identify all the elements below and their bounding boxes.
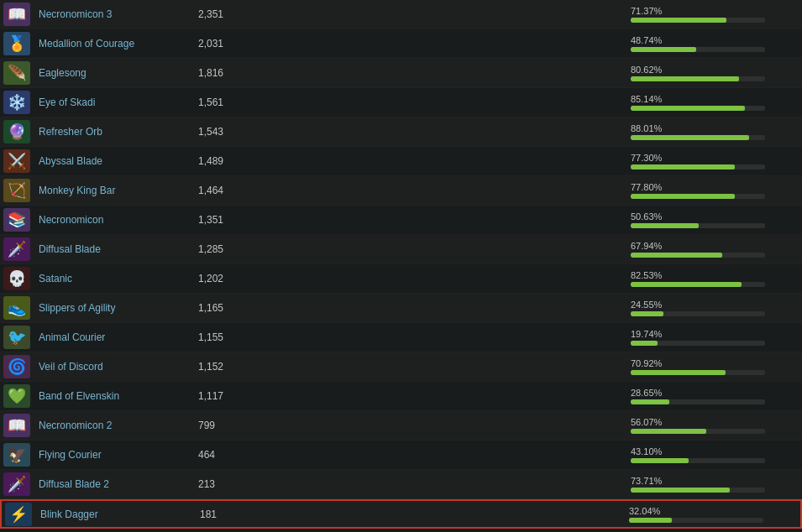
table-row[interactable]: 🏹Monkey King Bar1,46477.80% <box>0 176 802 206</box>
medallion-icon: 🏅 <box>3 32 30 55</box>
item-count: 181 <box>191 509 259 520</box>
winrate-section: 71.37% <box>631 6 799 23</box>
item-name: Necronomicon 2 <box>39 420 190 431</box>
winrate-pct: 77.80% <box>631 182 662 192</box>
item-count: 1,165 <box>190 302 257 314</box>
progress-bar-fill <box>631 370 726 375</box>
table-row[interactable]: 🌀Veil of Discord1,15270.92% <box>0 352 802 382</box>
table-row[interactable]: 💀Satanic1,20282.53% <box>0 264 802 294</box>
winrate-section: 82.53% <box>631 270 799 287</box>
table-row[interactable]: ❄️Eye of Skadi1,56185.14% <box>0 88 802 117</box>
table-row[interactable]: 📖Necronomicon 279956.07% <box>0 411 802 441</box>
winrate-pct: 71.37% <box>631 6 662 16</box>
flying-icon: 🦅 <box>3 443 30 467</box>
progress-bar-bg <box>631 135 765 140</box>
progress-bar-bg <box>631 458 765 463</box>
winrate-section: 85.14% <box>631 94 799 111</box>
winrate-section: 77.30% <box>631 153 799 170</box>
winrate-section: 28.65% <box>631 388 799 404</box>
winrate-pct: 73.71% <box>631 476 662 486</box>
winrate-pct: 80.62% <box>631 65 662 75</box>
progress-bar-fill <box>631 429 706 434</box>
progress-bar-fill <box>631 253 722 258</box>
progress-bar-fill <box>629 518 672 523</box>
table-row[interactable]: 📖Necronomicon 32,35171.37% <box>0 0 802 29</box>
progress-bar-bg <box>631 194 765 199</box>
eye-skadi-icon: ❄️ <box>3 91 30 114</box>
progress-bar-fill <box>631 488 730 493</box>
winrate-section: 50.63% <box>631 211 799 228</box>
item-name: Diffusal Blade <box>39 243 190 255</box>
progress-bar-bg <box>631 223 765 228</box>
progress-bar-fill <box>631 47 696 52</box>
necronomicon-icon: 📚 <box>3 208 30 232</box>
item-count: 1,285 <box>190 243 257 255</box>
winrate-pct: 48.74% <box>631 35 662 45</box>
table-row[interactable]: ⚡Blink Dagger18132.04% <box>0 499 802 529</box>
monkey-icon: 🏹 <box>3 179 30 202</box>
item-name: Blink Dagger <box>40 509 191 520</box>
progress-bar-fill <box>631 223 699 228</box>
item-list: 📖Necronomicon 32,35171.37%🏅Medallion of … <box>0 0 802 529</box>
winrate-pct: 50.63% <box>631 211 662 222</box>
table-row[interactable]: 🐦Animal Courier1,15519.74% <box>0 323 802 352</box>
progress-bar-bg <box>631 488 765 493</box>
item-name: Satanic <box>39 273 190 284</box>
table-row[interactable]: 🪶Eaglesong1,81680.62% <box>0 59 802 88</box>
item-name: Medallion of Courage <box>39 38 190 50</box>
table-row[interactable]: 🦅Flying Courier46443.10% <box>0 441 802 470</box>
winrate-pct: 88.01% <box>631 123 662 133</box>
item-count: 1,816 <box>190 67 257 79</box>
winrate-pct: 67.94% <box>631 241 662 251</box>
progress-bar-bg <box>629 518 763 523</box>
item-name: Flying Courier <box>39 449 190 461</box>
progress-bar-bg <box>631 341 765 346</box>
item-count: 213 <box>190 478 257 490</box>
item-name: Necronomicon 3 <box>39 8 190 20</box>
table-row[interactable]: 🏅Medallion of Courage2,03148.74% <box>0 29 802 59</box>
item-name: Band of Elvenskin <box>39 390 190 402</box>
progress-bar-fill <box>631 164 735 170</box>
necronomicon2-icon: 📖 <box>3 414 30 437</box>
item-count: 1,351 <box>190 214 257 226</box>
item-count: 464 <box>190 449 257 461</box>
item-count: 1,489 <box>190 155 257 167</box>
progress-bar-fill <box>631 106 745 111</box>
item-name: Abyssal Blade <box>39 155 190 167</box>
table-row[interactable]: 💚Band of Elvenskin1,11728.65% <box>0 382 802 411</box>
table-row[interactable]: 🗡️Diffusal Blade 221373.71% <box>0 470 802 499</box>
progress-bar-bg <box>631 282 765 287</box>
winrate-pct: 85.14% <box>631 94 662 104</box>
diffusal-icon: 🗡️ <box>3 237 30 261</box>
diffusal2-icon: 🗡️ <box>3 472 30 496</box>
winrate-pct: 28.65% <box>631 388 662 398</box>
winrate-section: 19.74% <box>631 329 799 346</box>
animal-icon: 🐦 <box>3 326 30 349</box>
winrate-section: 73.71% <box>631 476 799 493</box>
progress-bar-bg <box>631 76 765 81</box>
table-row[interactable]: 👟Slippers of Agility1,16524.55% <box>0 294 802 323</box>
blink-icon: ⚡ <box>5 503 32 526</box>
winrate-pct: 70.92% <box>631 358 662 368</box>
winrate-section: 77.80% <box>631 182 799 199</box>
progress-bar-bg <box>631 311 765 316</box>
progress-bar-fill <box>631 341 658 346</box>
refresher-icon: 🔮 <box>3 120 30 143</box>
table-row[interactable]: 📚Necronomicon1,35150.63% <box>0 206 802 235</box>
item-count: 1,464 <box>190 185 257 196</box>
table-row[interactable]: 🗡️Diffusal Blade1,28567.94% <box>0 235 802 264</box>
slippers-icon: 👟 <box>3 296 30 320</box>
winrate-section: 88.01% <box>631 123 799 140</box>
progress-bar-fill <box>631 76 739 81</box>
item-count: 2,351 <box>190 8 257 20</box>
item-name: Eye of Skadi <box>39 96 190 108</box>
progress-bar-fill <box>631 135 749 140</box>
progress-bar-bg <box>631 429 765 434</box>
table-row[interactable]: ⚔️Abyssal Blade1,48977.30% <box>0 147 802 176</box>
item-name: Diffusal Blade 2 <box>39 478 190 490</box>
table-row[interactable]: 🔮Refresher Orb1,54388.01% <box>0 117 802 147</box>
item-count: 799 <box>190 420 257 431</box>
winrate-section: 70.92% <box>631 358 799 375</box>
band-icon: 💚 <box>3 384 30 408</box>
item-name: Monkey King Bar <box>39 185 190 196</box>
